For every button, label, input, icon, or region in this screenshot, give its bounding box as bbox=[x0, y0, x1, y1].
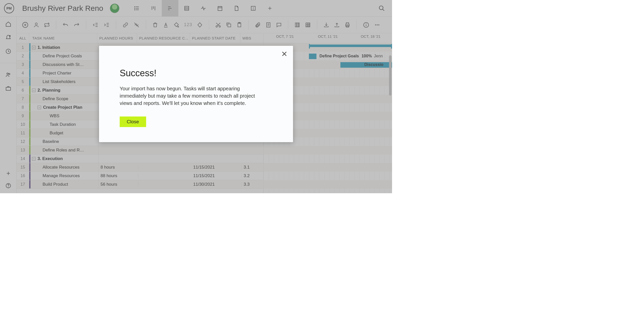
modal-title: Success! bbox=[120, 68, 285, 78]
modal-overlay: ✕ Success! Your import has now begun. Ta… bbox=[0, 0, 392, 193]
modal-close-button[interactable]: Close bbox=[120, 116, 146, 127]
success-modal: ✕ Success! Your import has now begun. Ta… bbox=[99, 46, 293, 142]
modal-body: Your import has now begun. Tasks will st… bbox=[120, 85, 262, 107]
modal-close-icon[interactable]: ✕ bbox=[281, 50, 287, 58]
